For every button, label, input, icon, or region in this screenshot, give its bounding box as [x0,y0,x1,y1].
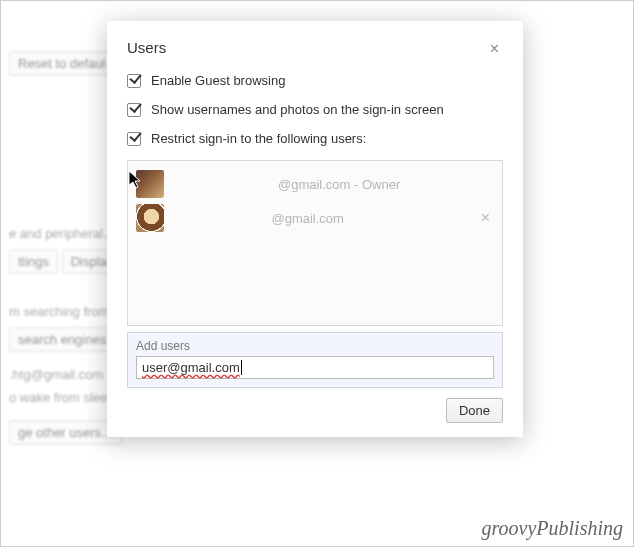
remove-user-icon[interactable]: × [477,209,494,227]
avatar [136,204,164,232]
restricted-users-box: xxxxxxxxxxxxxxxx@gmail.com - Owner xxxxx… [127,160,503,326]
bg-settings-button: ttings [9,249,58,274]
user-email: xxxxxxxxxxxxxxxx@gmail.com - Owner [174,177,494,192]
add-users-label: Add users [136,339,494,353]
checkbox-guest-browsing[interactable] [127,74,141,88]
add-users-input[interactable]: user@gmail.com​ [136,356,494,379]
label-guest-browsing: Enable Guest browsing [151,73,285,88]
label-show-usernames: Show usernames and photos on the sign-in… [151,102,444,117]
avatar [136,170,164,198]
label-restrict-signin: Restrict sign-in to the following users: [151,131,366,146]
checkbox-restrict-signin[interactable] [127,132,141,146]
user-email: xxxxxxxxxxxxxxx@gmail.com [174,211,467,226]
dialog-title: Users [127,39,166,56]
checkbox-show-usernames[interactable] [127,103,141,117]
watermark: groovyPublishing [482,517,623,540]
users-dialog: Users × Enable Guest browsing Show usern… [107,21,523,437]
user-row: xxxxxxxxxxxxxxx@gmail.com × [136,201,494,235]
done-button[interactable]: Done [446,398,503,423]
user-row: xxxxxxxxxxxxxxxx@gmail.com - Owner [136,167,494,201]
close-icon[interactable]: × [486,39,503,59]
bg-manage-users-button: ge other users… [9,420,123,445]
add-users-section: Add users user@gmail.com​ [127,332,503,388]
